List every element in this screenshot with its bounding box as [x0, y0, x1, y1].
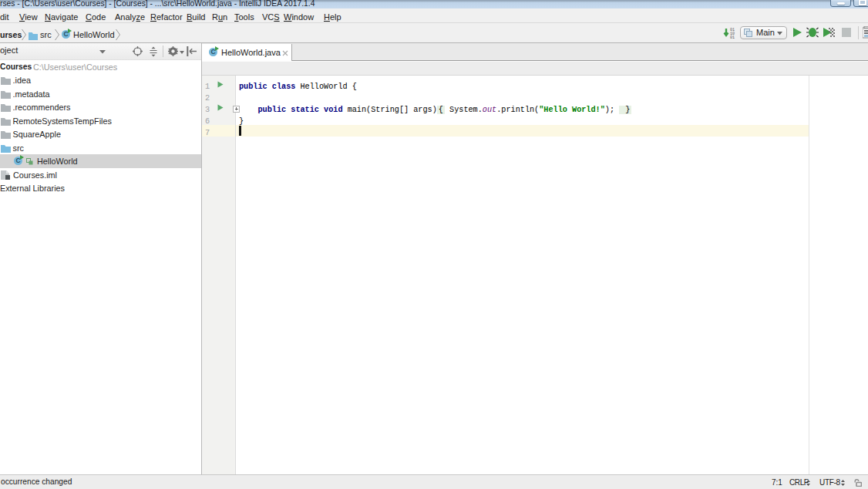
svg-text:01: 01	[730, 35, 735, 39]
